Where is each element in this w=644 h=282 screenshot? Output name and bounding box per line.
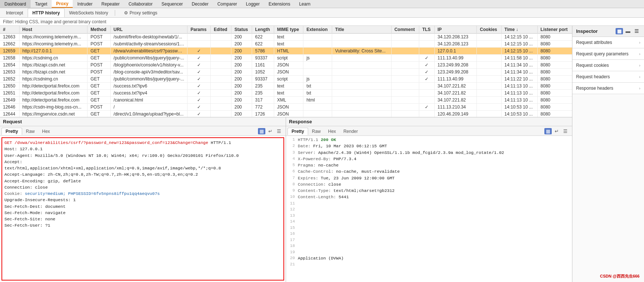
request-line: Sec-Fetch-Mode: navigate [4,210,281,216]
response-line: 1HTTP/1.1 200 OK [286,137,572,143]
table-row[interactable]: 12658https://csdnimg.cnGET/public/common… [0,55,572,62]
col-length[interactable]: Length [252,26,274,34]
col-tls[interactable]: TLS [419,26,434,34]
inspector-section-request-cookies[interactable]: Request cookies› [572,60,644,71]
table-row[interactable]: 12644https://imgservice.csdn.netGET/dire… [0,111,572,118]
menu-item-comparer[interactable]: Comparer [213,0,241,8]
table-row[interactable]: 12662https://incoming.telemetry.m...POST… [0,41,572,48]
menu-item-logger[interactable]: Logger [241,0,264,8]
tab-websockets-history[interactable]: WebSockets history [65,8,113,17]
col-mime[interactable]: MIME type [274,26,303,34]
inspector-title: Inspector [576,28,598,34]
response-grid-icon[interactable]: ▦ [544,128,552,134]
col-comment[interactable]: Comment [391,26,419,34]
request-tab-raw[interactable]: Raw [22,128,38,135]
table-row[interactable]: 12663https://incoming.telemetry.m...POST… [0,34,572,41]
response-line: 7Expires: Tue, 23 Jun 2009 12:00:00 GMT [286,175,572,181]
request-content-wrapper[interactable]: GET /dvwa/vulnerabilities/csrf/?password… [0,136,286,282]
response-content[interactable]: 1HTTP/1.1 200 OK2Date: Fri, 10 Mar 2023 … [286,136,572,282]
menu-item-sequencer[interactable]: Sequencer [157,0,187,8]
menu-item-decoder[interactable]: Decoder [187,0,213,8]
col-url[interactable]: URL [110,26,187,34]
response-tab-hex[interactable]: Hex [324,128,340,135]
col-host[interactable]: Host [19,26,87,34]
table-header-row: # Host Method URL Params Edited Status L… [0,26,572,34]
response-line: 19 </span>Vulnerability: Cross Site Requ… [286,249,572,255]
col-title[interactable]: Title [332,26,392,34]
main-content: # Host Method URL Params Edited Status L… [0,26,644,282]
response-line: 12 [286,206,572,213]
menu-item-dashboard[interactable]: Dashboard [0,0,31,8]
response-line: 2Date: Fri, 10 Mar 2023 06:12:15 GMT [286,143,572,149]
menu-item-learn[interactable]: Learn [295,0,315,8]
menu-item-target[interactable]: Target [31,0,52,8]
response-menu-icon[interactable]: ☰ [562,128,569,134]
inspector-section-request-headers[interactable]: Request headers› [572,71,644,83]
col-status[interactable]: Status [231,26,252,34]
col-ext[interactable]: Extension [303,26,332,34]
request-line: User-Agent: Mozilla/5.0 (Windows NT 10.0… [4,152,281,159]
inspector-grid-icon[interactable]: ▦ [616,28,623,34]
menu-bar: Dashboard Target Proxy Intruder Repeater… [0,0,644,8]
response-line: 5Pragma: no-cache [286,162,572,168]
menu-item-collaborator[interactable]: Collaborator [124,0,157,8]
request-line: Upgrade-Insecure-Requests: 1 [4,197,281,203]
table-row[interactable]: 12653https://bizapi.csdn.netPOST/blog-co… [0,69,572,76]
response-tab-pretty[interactable]: Pretty [287,128,308,135]
response-line: 18 [286,243,572,249]
request-panel-tabs: Pretty Raw Hex ▦ ↵ ☰ [0,126,286,136]
menu-item-proxy[interactable]: Proxy [52,0,73,8]
chevron-right-icon: › [639,41,640,45]
response-line: 14 [286,219,572,225]
inspector-section-request-attributes[interactable]: Request attributes› [572,37,644,48]
proxy-settings-button[interactable]: ⚙ Proxy settings [120,10,161,16]
table-row[interactable]: 12646https://csdn-img-blog.oss-cn...POST… [0,104,572,111]
col-method[interactable]: Method [87,26,110,34]
request-line: Accept-Encoding: gzip, deflate [4,178,281,184]
table-row[interactable]: 12649http://detectportal.firefox.comGET/… [0,97,572,104]
request-tab-pretty[interactable]: Pretty [1,128,22,135]
request-content: GET /dvwa/vulnerabilities/csrf/?password… [1,137,284,281]
col-ip[interactable]: IP [434,26,477,34]
table-row[interactable]: 12650http://detectportal.firefox.comGET/… [0,83,572,90]
tab-http-history[interactable]: HTTP history [28,8,65,17]
response-panel-tabs: Pretty Raw Hex Render ▦ ↵ ☰ [286,126,572,136]
inspector-section-request-query-parameters[interactable]: Request query parameters› [572,48,644,60]
col-time[interactable]: Time ↓ [501,26,537,34]
inspector-section-response-headers[interactable]: Response headers› [572,83,644,94]
tab-intercept[interactable]: Intercept [1,8,28,17]
col-id[interactable]: # [0,26,19,34]
response-line: 15 [286,225,572,231]
request-menu-icon[interactable]: ☰ [275,128,283,134]
table-row[interactable]: 12659http://127.0.0.1GET/dvwa/vulnerabil… [0,48,572,55]
history-table-container[interactable]: # Host Method URL Params Edited Status L… [0,26,572,117]
filter-text: Filter: Hiding CSS, image and general bi… [3,19,106,24]
request-line: Sec-Fetch-User: ?1 [4,222,281,228]
col-cookies[interactable]: Cookies [477,26,501,34]
response-line: 16 [286,231,572,237]
request-grid-icon[interactable]: ▦ [258,128,265,134]
table-row[interactable]: 12654https://bizapi.csdn.netPOST/blog/ph… [0,62,572,69]
request-tab-hex[interactable]: Hex [38,128,54,135]
menu-item-extensions[interactable]: Extensions [264,0,295,8]
col-params[interactable]: Params [187,26,211,34]
chevron-right-icon: › [639,63,640,68]
response-tab-raw[interactable]: Raw [308,128,324,135]
col-port[interactable]: Listener port [537,26,572,34]
request-line: Cookie: security=medium; PHPSESSID=6fv5n… [4,190,281,197]
inspector-sections: Request attributes›Request query paramet… [572,37,644,94]
request-panel: Request Pretty Raw Hex ▦ ↵ ☰ GET /dvwa/v… [0,117,286,282]
table-row[interactable]: 12652https://csdnimg.cnGET/public/common… [0,76,572,83]
col-edited[interactable]: Edited [211,26,231,34]
table-row[interactable]: 12651http://detectportal.firefox.comGET/… [0,90,572,97]
response-tab-render[interactable]: Render [340,128,361,135]
inspector-list-icon[interactable]: ▬ [624,28,632,34]
request-newline-icon[interactable]: ↵ [267,128,274,134]
menu-item-intruder[interactable]: Intruder [73,0,97,8]
response-newline-icon[interactable]: ↵ [553,128,560,134]
inspector-header-icons: ▦ ▬ ☰ [616,28,640,34]
inspector-menu-icon[interactable]: ☰ [633,28,640,34]
response-line: 3Server: Apache/2.4.39 (Win64) OpenSSL/1… [286,149,572,156]
menu-item-repeater[interactable]: Repeater [97,0,124,8]
request-line: Accept: [4,159,281,165]
